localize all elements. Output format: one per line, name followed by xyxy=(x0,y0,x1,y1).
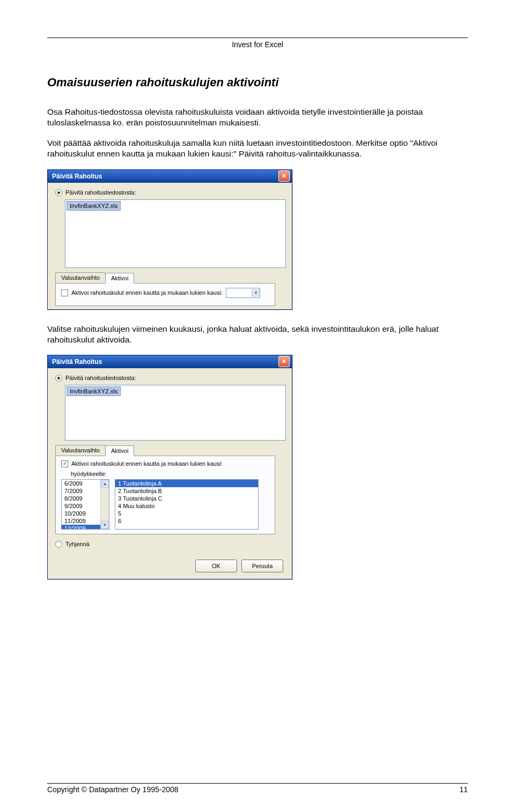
radio-icon xyxy=(55,189,62,196)
activate-checkbox-row[interactable]: Aktivoi rahoituskulut ennen kautta ja mu… xyxy=(61,288,269,298)
copyright-text: Copyright © Datapartner Oy 1995-2008 xyxy=(47,785,179,794)
asset-listbox[interactable]: 1 Tuotantolinja A 2 Tuotantolinja B 3 Tu… xyxy=(115,479,259,530)
tab-strip: Valuutanvaihto Aktivoi xyxy=(55,272,284,283)
close-icon[interactable]: ✕ xyxy=(278,356,290,367)
file-listbox[interactable]: InvfinBankXYZ.xls xyxy=(65,199,286,268)
list-item[interactable]: 6 xyxy=(115,517,258,525)
tab-currency[interactable]: Valuutanvaihto xyxy=(55,445,106,456)
radio-label: Päivitä rahoitustiedostosta: xyxy=(65,375,136,381)
checkbox-label: Aktivoi rahoituskulut ennen kautta ja mu… xyxy=(71,289,223,296)
file-item[interactable]: InvfinBankXYZ.xls xyxy=(67,386,121,396)
tab-activate[interactable]: Aktivoi xyxy=(105,445,134,456)
list-item[interactable]: 8/2009 xyxy=(62,495,100,502)
dialog-title: Päivitä Rahoitus xyxy=(52,358,278,366)
checkbox-label: Aktivoi rahoituskulut ennen kautta ja mu… xyxy=(71,460,223,467)
radio-label: Päivitä rahoitustiedostosta: xyxy=(65,189,136,196)
chevron-down-icon: ▼ xyxy=(252,289,260,297)
dialog-titlebar[interactable]: Päivitä Rahoitus ✕ xyxy=(48,355,292,368)
tab-panel: ✓ Aktivoi rahoituskulut ennen kautta ja … xyxy=(55,456,275,534)
dialog-buttons: OK Peruuta xyxy=(48,554,292,579)
tab-strip: Valuutanvaihto Aktivoi xyxy=(55,445,284,456)
scrollbar[interactable]: ▲ ▼ xyxy=(100,480,109,529)
list-item[interactable]: 7/2009 xyxy=(62,487,100,495)
list-item[interactable]: 4 Muu kalusto xyxy=(115,502,258,510)
update-finance-dialog-1: Päivitä Rahoitus ✕ Päivitä rahoitustiedo… xyxy=(47,169,292,310)
list-item[interactable]: 2 Tuotantolinja B xyxy=(115,487,258,495)
tab-activate[interactable]: Aktivoi xyxy=(105,273,134,284)
activate-checkbox-row[interactable]: ✓ Aktivoi rahoituskulut ennen kautta ja … xyxy=(61,460,269,467)
list-item[interactable]: 11/2009 xyxy=(62,517,100,525)
file-item[interactable]: InvfinBankXYZ.xls xyxy=(67,201,121,211)
tab-currency[interactable]: Valuutanvaihto xyxy=(55,272,106,283)
asset-label: hyödykkeelle: xyxy=(71,471,269,477)
radio-icon xyxy=(55,375,62,382)
checkbox-icon[interactable]: ✓ xyxy=(61,460,68,467)
radio-icon xyxy=(55,541,62,548)
list-item[interactable]: 10/2009 xyxy=(62,510,100,517)
page-footer: Copyright © Datapartner Oy 1995-2008 11 xyxy=(47,776,468,794)
section-heading: Omaisuuserien rahoituskulujen aktivointi xyxy=(47,76,468,90)
paragraph-3: Valitse rahoituskulujen viimeinen kuukau… xyxy=(47,324,468,345)
page-header: Invest for Excel xyxy=(47,40,468,49)
list-item[interactable]: 3 Tuotantolinja C xyxy=(115,495,258,502)
dialog-titlebar[interactable]: Päivitä Rahoitus ✕ xyxy=(48,170,292,183)
radio-clear[interactable]: Tyhjennä xyxy=(55,541,284,548)
checkmark-icon: ✓ xyxy=(63,461,67,466)
update-finance-dialog-2: Päivitä Rahoitus ✕ Päivitä rahoitustiedo… xyxy=(47,355,292,579)
radio-update-from-file[interactable]: Päivitä rahoitustiedostosta: xyxy=(55,375,284,382)
scroll-down-icon[interactable]: ▼ xyxy=(101,521,109,529)
period-combo[interactable]: ▼ xyxy=(226,288,260,298)
tab-panel: Aktivoi rahoituskulut ennen kautta ja mu… xyxy=(55,283,275,306)
ok-button[interactable]: OK xyxy=(195,560,237,572)
top-rule xyxy=(47,38,468,38)
list-item-selected[interactable]: 1 Tuotantolinja A xyxy=(115,480,258,487)
scroll-up-icon[interactable]: ▲ xyxy=(101,480,109,488)
close-icon[interactable]: ✕ xyxy=(278,170,290,182)
file-listbox[interactable]: InvfinBankXYZ.xls xyxy=(65,385,286,441)
month-listbox[interactable]: 6/2009 7/2009 8/2009 9/2009 10/2009 11/2… xyxy=(61,479,109,530)
page-number: 11 xyxy=(459,785,468,794)
list-item-selected[interactable]: 12/2009 xyxy=(62,525,100,529)
radio-update-from-file[interactable]: Päivitä rahoitustiedostosta: xyxy=(55,189,284,196)
list-item[interactable]: 6/2009 xyxy=(62,480,100,487)
checkbox-icon[interactable] xyxy=(61,289,68,296)
dialog-title: Päivitä Rahoitus xyxy=(52,173,278,180)
paragraph-1: Osa Rahoitus-tiedostossa olevista rahoit… xyxy=(47,107,468,128)
radio-label: Tyhjennä xyxy=(65,541,90,547)
cancel-button[interactable]: Peruuta xyxy=(241,560,283,572)
list-item[interactable]: 5 xyxy=(115,510,258,517)
list-item[interactable]: 9/2009 xyxy=(62,502,100,510)
paragraph-2: Voit päättää aktivoida rahoituskuluja sa… xyxy=(47,138,468,159)
footer-rule xyxy=(47,783,468,784)
